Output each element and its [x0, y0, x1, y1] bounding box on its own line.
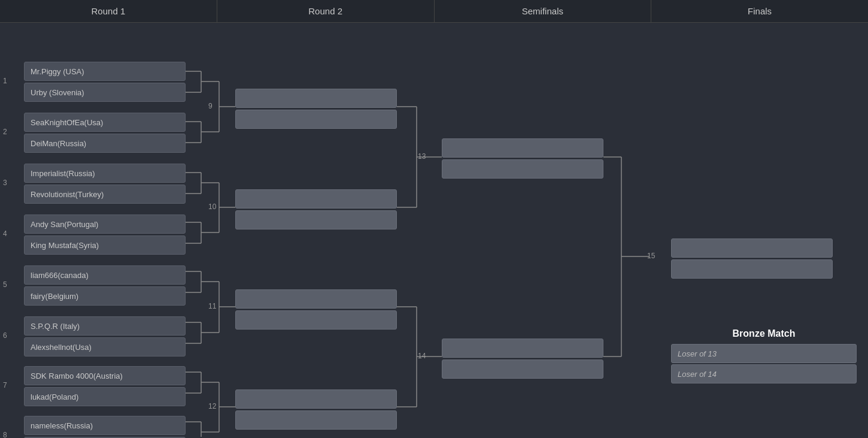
- header: Round 1 Round 2 Semifinals Finals: [0, 0, 868, 23]
- match-2-player1: SeaKnightOfEa(Usa): [24, 113, 186, 132]
- semi-match13-label: 13: [418, 152, 426, 161]
- semi-match14-bottom: [442, 360, 603, 379]
- match-2-player2: DeiMan(Russia): [24, 134, 186, 153]
- semi-match14-label: 14: [418, 352, 426, 360]
- match-5-player1: liam666(canada): [24, 265, 186, 285]
- match-3-player2: Revolutionist(Turkey): [24, 185, 186, 204]
- semi-match13-top: [442, 138, 603, 158]
- header-finals: Finals: [651, 0, 868, 22]
- r2-match10-bottom: [235, 210, 397, 229]
- match-5-player2: fairy(Belgium): [24, 286, 186, 306]
- r2-match12-bottom: [235, 410, 397, 430]
- r2-match9-label: 9: [208, 102, 213, 110]
- header-round2: Round 2: [217, 0, 435, 22]
- match-4-label: 4: [3, 229, 7, 238]
- match-8-player1: nameless(Russia): [24, 416, 186, 435]
- r2-match12-top: [235, 389, 397, 409]
- match-3-label: 3: [3, 179, 7, 187]
- match-7-label: 7: [3, 381, 7, 389]
- round1-column: 1 Mr.Piggy (USA) Urby (Slovenia) 2 SeaKn…: [0, 23, 208, 437]
- r2-match9-bottom: [235, 110, 397, 129]
- match-7-player1: SDK Rambo 4000(Austria): [24, 366, 186, 385]
- r2-match10-top: [235, 189, 397, 209]
- header-round1: Round 1: [0, 0, 217, 22]
- r2-match11-label: 11: [208, 302, 216, 310]
- finals-match15-top: [671, 238, 833, 258]
- r2-match10-label: 10: [208, 203, 216, 211]
- finals-match15-bottom: [671, 259, 833, 279]
- r2-match9-top: [235, 89, 397, 108]
- finals-match15-label: 15: [647, 252, 655, 260]
- match-6-player2: Alexshellnot(Usa): [24, 337, 186, 357]
- semi-match14-top: [442, 339, 603, 358]
- match-1-player2: Urby (Slovenia): [24, 83, 186, 102]
- semifinals-column: 13 14: [418, 23, 626, 437]
- match-1-player1: Mr.Piggy (USA): [24, 62, 186, 81]
- match-1-label: 1: [3, 77, 7, 85]
- match-6-player1: S.P.Q.R (Italy): [24, 316, 186, 336]
- match-7-player2: lukad(Poland): [24, 387, 186, 406]
- r2-match11-bottom: [235, 310, 397, 330]
- round2-column: 9 10 11 12: [208, 23, 418, 437]
- match-4-player1: Andy San(Portugal): [24, 215, 186, 234]
- bracket-area: 1 Mr.Piggy (USA) Urby (Slovenia) 2 SeaKn…: [0, 23, 868, 437]
- match-5-label: 5: [3, 280, 7, 289]
- match-3-player1: Imperialist(Russia): [24, 164, 186, 183]
- finals-column: 15 Bronze Match Loser of 13 Loser of 14: [626, 23, 868, 437]
- match-6-label: 6: [3, 331, 7, 340]
- match-8-label: 8: [3, 431, 7, 438]
- semi-match13-bottom: [442, 159, 603, 179]
- bronze-match-title: Bronze Match: [671, 328, 857, 339]
- r2-match11-top: [235, 289, 397, 309]
- match-4-player2: King Mustafa(Syria): [24, 235, 186, 255]
- match-2-label: 2: [3, 128, 7, 136]
- r2-match12-label: 12: [208, 402, 216, 410]
- bronze-match-section: Bronze Match Loser of 13 Loser of 14: [671, 328, 857, 385]
- bronze-player1: Loser of 13: [671, 344, 857, 363]
- bronze-player2: Loser of 14: [671, 364, 857, 383]
- header-semifinals: Semifinals: [435, 0, 652, 22]
